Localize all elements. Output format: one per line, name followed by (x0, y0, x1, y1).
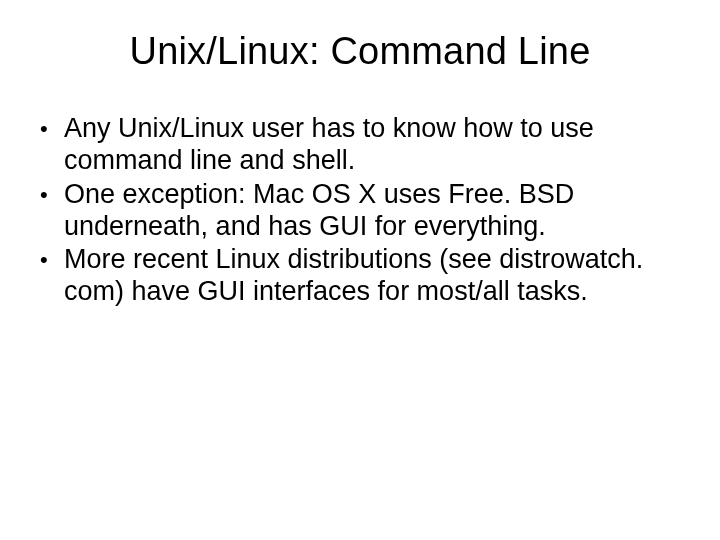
bullet-list: Any Unix/Linux user has to know how to u… (30, 113, 690, 308)
slide-title: Unix/Linux: Command Line (30, 30, 690, 73)
slide: Unix/Linux: Command Line Any Unix/Linux … (0, 0, 720, 540)
list-item: One exception: Mac OS X uses Free. BSD u… (30, 179, 680, 243)
list-item: More recent Linux distributions (see dis… (30, 244, 680, 308)
list-item: Any Unix/Linux user has to know how to u… (30, 113, 680, 177)
